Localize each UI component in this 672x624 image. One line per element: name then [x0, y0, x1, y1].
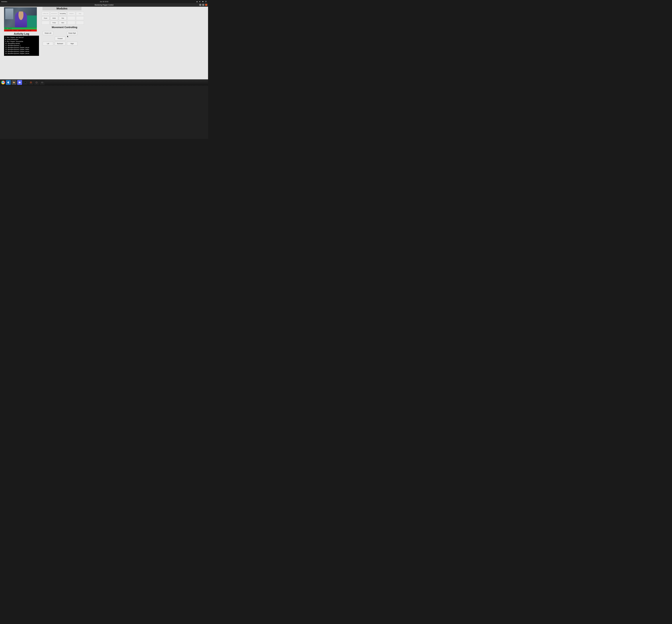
module-stop-button: Stop: [76, 12, 84, 16]
log-entry: 11. WordRecognized: 1: [5, 45, 38, 47]
activities-label[interactable]: Activities: [1, 1, 7, 2]
status-strip: Das mach \rspd=95\ Haei \pau=500\, \rsp: [4, 27, 37, 31]
taskbar-vscode-icon[interactable]: [6, 80, 11, 85]
log-entry: 12. WordRecognized: Pepper, pause: [5, 47, 38, 49]
taskbar-chrome-icon[interactable]: [1, 80, 5, 84]
window-close-button[interactable]: ×: [205, 4, 207, 6]
status-line-red: \rspd=95\ Haei \pau=500\, \rsp: [4, 29, 37, 31]
svg-rect-0: [202, 1, 203, 2]
taskbar-terminal-icon[interactable]: >_: [23, 80, 28, 85]
activity-log: 7. Run: Pepper, wer bist du? 8. Local In…: [4, 36, 39, 56]
window-title: Monitoring Pepper Control: [95, 4, 113, 6]
log-entry: 8. Local Introduction: [5, 38, 38, 41]
module-pause-button[interactable]: Pause: [42, 16, 50, 20]
module-empty: [76, 21, 84, 25]
forward-button[interactable]: Forward: [55, 36, 65, 40]
module-adoption-button: Adoption: [68, 12, 75, 16]
log-entry: 9. Run: Pepper, Geschichte: [5, 41, 38, 43]
battery-icon[interactable]: [202, 1, 204, 2]
svg-point-5: [19, 82, 20, 83]
svg-point-14: [42, 82, 43, 83]
module-praise-button[interactable]: Praise: [50, 21, 58, 25]
module-empty: [68, 16, 75, 20]
network-icon[interactable]: [196, 1, 198, 2]
module-empty: [68, 21, 75, 25]
app-canvas: Das mach \rspd=95\ Haei \pau=500\, \rsp …: [0, 7, 208, 79]
module-weiter-button[interactable]: Weiter: [50, 16, 58, 20]
backward-button[interactable]: Backward: [55, 42, 65, 46]
module-followme-button: Follow Me: [42, 12, 50, 16]
log-entry: 7. Run: Pepper, wer bist du?: [5, 36, 38, 38]
status-line-green: Das mach: [4, 27, 37, 29]
camera-subject: [15, 11, 27, 27]
svg-text:>_: >_: [25, 82, 26, 83]
power-icon[interactable]: [205, 1, 207, 2]
log-entry: 15. WordRecognized: Pepper, pause: [5, 52, 38, 54]
svg-rect-1: [203, 1, 204, 2]
movement-area: Rotate Left Rotate Right Forward Left Ba…: [42, 31, 82, 50]
log-entry: 10. Storytelling started: [5, 43, 38, 45]
modules-grid: Follow Me Introduction Storytelling Adop…: [42, 12, 87, 25]
camera-feed: [4, 7, 37, 27]
log-entry: 13. WordRecognized: Pepper, weiter: [5, 48, 38, 50]
rotate-right-button[interactable]: Rotate Right: [67, 31, 77, 35]
svg-point-10: [31, 82, 31, 83]
camera-bg-window: [5, 8, 13, 19]
camera-bg-wall: [26, 16, 37, 27]
module-empty: [42, 21, 50, 25]
modules-heading: Modules: [43, 7, 81, 10]
taskbar-app-icon[interactable]: [34, 80, 39, 85]
volume-icon[interactable]: [199, 1, 201, 2]
window-minimize-button[interactable]: –: [199, 4, 201, 6]
right-button[interactable]: Right: [67, 42, 77, 46]
rotate-left-button[interactable]: Rotate Left: [43, 31, 53, 35]
window-maximize-button[interactable]: □: [202, 4, 204, 6]
activity-log-heading: Activity Log: [4, 32, 39, 35]
module-storytelling-button[interactable]: Storytelling: [59, 12, 67, 16]
left-button[interactable]: Left: [43, 42, 53, 46]
module-warn-button[interactable]: Warn: [59, 21, 67, 25]
taskbar: >_: [0, 79, 208, 85]
module-empty: [76, 16, 84, 20]
topbar-datetime[interactable]: Jun 18 15:53: [100, 1, 108, 2]
movement-heading: Movement Controlling: [42, 26, 87, 29]
taskbar-settings-icon[interactable]: [28, 80, 33, 85]
window-titlebar: Monitoring Pepper Control – □ ×: [0, 3, 208, 7]
desktop: Activities Jun 18 15:53 Monitoring Peppe…: [0, 0, 208, 139]
svg-point-12: [36, 82, 37, 83]
taskbar-files-icon[interactable]: [11, 80, 17, 85]
gnome-topbar: Activities Jun 18 15:53: [0, 0, 208, 3]
modules-heading-wrap: Modules: [43, 7, 81, 10]
log-entry: 14. WordRecognized: Pepper, pause: [5, 50, 38, 52]
svg-point-6: [20, 82, 20, 83]
svg-point-4: [19, 82, 21, 83]
taskbar-discord-icon[interactable]: [17, 80, 22, 85]
taskbar-screenshot-icon[interactable]: [40, 80, 45, 85]
module-stop2-button[interactable]: Stop: [59, 16, 67, 20]
module-introduction-button: Introduction: [50, 12, 58, 16]
